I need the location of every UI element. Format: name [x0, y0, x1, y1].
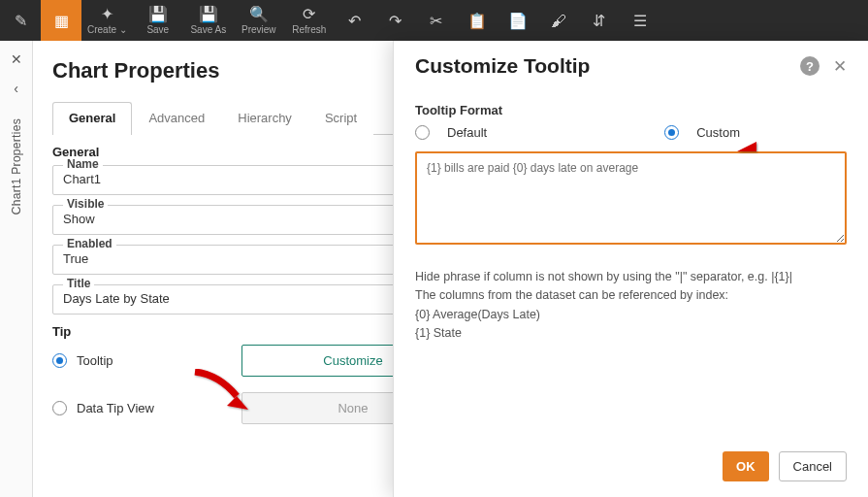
hint-text: Hide phrase if column is not shown by us… — [415, 268, 847, 344]
redo-icon: ↷ — [389, 13, 402, 30]
cancel-button[interactable]: Cancel — [779, 451, 847, 481]
hint-line: {0} Average(Days Late) — [415, 306, 847, 324]
cut-icon: ✂ — [430, 13, 442, 30]
toolbar-undo[interactable]: ↶ — [335, 0, 375, 41]
app-toolbar: ✎ ▦ ✦Create ⌄ 💾Save 💾Save As 🔍Preview ⟳R… — [0, 0, 868, 41]
toolbar-refresh[interactable]: ⟳Refresh — [284, 0, 335, 41]
more-icon: ☰ — [633, 13, 647, 30]
ok-button[interactable]: OK — [723, 451, 769, 481]
toolbar-save-as[interactable]: 💾Save As — [183, 0, 234, 41]
toolbar-save[interactable]: 💾Save — [133, 0, 183, 41]
toolbar-create[interactable]: ✦Create ⌄ — [81, 0, 133, 41]
paste-icon: 📄 — [508, 13, 528, 30]
toolbar-label: Save — [146, 23, 169, 37]
hint-line: {1} State — [415, 324, 847, 343]
radio-label: Default — [447, 125, 487, 140]
tool-layout[interactable]: ▦ — [41, 0, 81, 41]
tooltip-format-label: Tooltip Format — [415, 103, 847, 117]
toolbar-label: Preview — [241, 23, 276, 37]
radio-custom[interactable]: Custom — [664, 125, 740, 140]
radio-label: Custom — [696, 125, 740, 140]
modal-header: Customize Tooltip ? ✕ — [415, 54, 847, 78]
radio-icon — [415, 125, 430, 140]
toolbar-format[interactable]: 🖌 — [538, 0, 579, 41]
hint-line: The columns from the dataset can be refe… — [415, 286, 847, 305]
undo-icon: ↶ — [348, 13, 361, 30]
toolbar-cut[interactable]: ✂ — [416, 0, 457, 41]
preview-icon: 🔍 — [249, 6, 269, 23]
customize-tooltip-modal: Customize Tooltip ? ✕ Tooltip Format Def… — [393, 41, 868, 497]
toolbar-arrange[interactable]: ⇵ — [579, 0, 620, 41]
tooltip-format-input[interactable] — [415, 151, 847, 245]
arrange-icon: ⇵ — [593, 13, 605, 30]
sparkle-icon: ✦ — [101, 6, 113, 23]
modal-footer: OK Cancel — [415, 438, 847, 481]
refresh-icon: ⟳ — [303, 6, 315, 23]
toolbar-redo[interactable]: ↷ — [375, 0, 416, 41]
modal-title: Customize Tooltip — [415, 54, 800, 78]
toolbar-label: Create ⌄ — [87, 23, 127, 37]
toolbar-preview[interactable]: 🔍Preview — [234, 0, 284, 41]
hint-line: Hide phrase if column is not shown by us… — [415, 268, 847, 286]
tool-wand[interactable]: ✎ — [0, 0, 41, 41]
format-icon: 🖌 — [551, 13, 566, 30]
toolbar-label: Refresh — [292, 23, 326, 37]
radio-checked-icon — [664, 125, 679, 140]
format-radio-row: Default Custom — [415, 125, 847, 140]
radio-default[interactable]: Default — [415, 125, 487, 140]
copy-icon: 📋 — [467, 13, 487, 30]
close-icon[interactable]: ✕ — [833, 56, 847, 77]
wand-icon: ✎ — [15, 13, 27, 30]
help-icon[interactable]: ? — [800, 56, 820, 76]
toolbar-paste[interactable]: 📄 — [498, 0, 538, 41]
save-as-icon: 💾 — [199, 6, 218, 23]
toolbar-label: Save As — [190, 23, 226, 37]
toolbar-copy[interactable]: 📋 — [457, 0, 498, 41]
save-icon: 💾 — [148, 6, 168, 23]
toolbar-more[interactable]: ☰ — [620, 0, 660, 41]
layout-icon: ▦ — [54, 13, 69, 30]
